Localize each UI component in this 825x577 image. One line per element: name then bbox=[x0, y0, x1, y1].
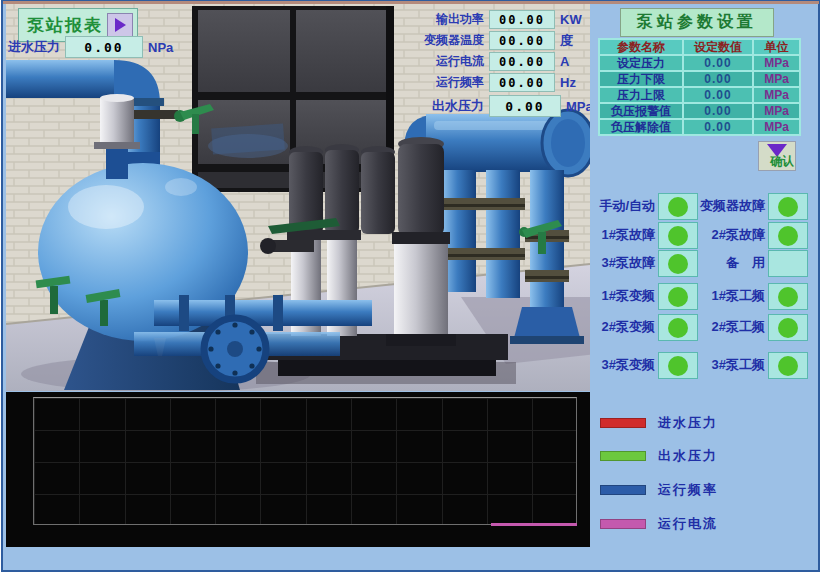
legend-item: 运行频率 bbox=[595, 481, 810, 501]
lamp-pump3-fault bbox=[658, 250, 698, 277]
legend-swatch-current bbox=[600, 519, 646, 529]
outlet-pressure-value: 0.00 bbox=[489, 95, 561, 117]
status-row: 3#泵变频 3#泵工频 bbox=[595, 352, 810, 378]
params-table: 参数名称 设定数值 单位 设定压力 0.00 MPa 压力下限 0.00 MPa… bbox=[598, 38, 801, 136]
confirm-button[interactable]: 确认 bbox=[758, 141, 796, 171]
param-name: 压力下限 bbox=[599, 71, 683, 87]
outlet-pressure-field: 出水压力 0.00 MPa bbox=[420, 95, 590, 117]
status-label-spare: 备 用 bbox=[695, 254, 765, 272]
lamp-pump2-vfd bbox=[658, 314, 698, 341]
status-label-pump1-vfd: 1#泵变频 bbox=[595, 287, 655, 305]
lamp-pump2-mains bbox=[768, 314, 808, 341]
lamp-pump3-mains bbox=[768, 352, 808, 379]
trend-current-trace bbox=[491, 523, 577, 526]
status-lamp-icon bbox=[668, 287, 688, 307]
lamp-pump2-fault bbox=[768, 222, 808, 249]
param-name: 压力上限 bbox=[599, 87, 683, 103]
status-lamp-icon bbox=[778, 254, 798, 274]
output-power-label: 输出功率 bbox=[420, 11, 484, 28]
status-label-pump1-mains: 1#泵工频 bbox=[695, 287, 765, 305]
readout-group: 输出功率 00.00 KW 变频器温度 00.00 度 运行电流 00.00 A… bbox=[420, 10, 582, 92]
run-frequency-label: 运行频率 bbox=[420, 74, 484, 91]
output-power-value: 00.00 bbox=[489, 10, 555, 29]
status-lamp-icon bbox=[778, 226, 798, 246]
col-header-name: 参数名称 bbox=[599, 39, 683, 55]
inverter-temp-value: 00.00 bbox=[489, 31, 555, 50]
param-unit: MPa bbox=[753, 119, 800, 135]
inverter-temp-unit: 度 bbox=[560, 32, 573, 50]
status-row: 3#泵故障 备 用 bbox=[595, 250, 810, 276]
legend-label-frequency: 运行频率 bbox=[658, 481, 718, 499]
status-label-pump1-fault: 1#泵故障 bbox=[595, 226, 655, 244]
readout-row: 变频器温度 00.00 度 bbox=[420, 31, 582, 50]
param-name: 设定压力 bbox=[599, 55, 683, 71]
param-name: 负压解除值 bbox=[599, 119, 683, 135]
col-header-unit: 单位 bbox=[753, 39, 800, 55]
output-power-unit: KW bbox=[560, 12, 582, 27]
lamp-pump3-vfd bbox=[658, 352, 698, 379]
status-label-pump2-mains: 2#泵工频 bbox=[695, 318, 765, 336]
param-value-input[interactable]: 0.00 bbox=[683, 119, 753, 135]
status-label-pump3-mains: 3#泵工频 bbox=[695, 356, 765, 374]
inverter-temp-label: 变频器温度 bbox=[420, 32, 484, 49]
run-frequency-unit: Hz bbox=[560, 75, 576, 90]
params-panel-title: 泵站参数设置 bbox=[620, 8, 774, 37]
run-current-label: 运行电流 bbox=[420, 53, 484, 70]
status-label-auto-manual: 手动/自动 bbox=[595, 197, 655, 215]
status-lamp-icon bbox=[668, 356, 688, 376]
legend-label-current: 运行电流 bbox=[658, 515, 718, 533]
lamp-auto-manual bbox=[658, 193, 698, 220]
status-label-pump3-vfd: 3#泵变频 bbox=[595, 356, 655, 374]
lamp-pump1-vfd bbox=[658, 283, 698, 310]
inlet-pressure-label: 进水压力 bbox=[8, 38, 60, 56]
trend-chart bbox=[6, 392, 590, 547]
scene-area: 泵站报表 进水压力 0.00 NPa 输出功率 00.00 KW 变频器温度 0… bbox=[6, 2, 590, 391]
hmi-pump-station-screen: 泵站报表 进水压力 0.00 NPa 输出功率 00.00 KW 变频器温度 0… bbox=[0, 0, 825, 577]
status-row: 手动/自动 变频器故障 bbox=[595, 193, 810, 219]
status-row: 2#泵变频 2#泵工频 bbox=[595, 314, 810, 340]
param-value-input[interactable]: 0.00 bbox=[683, 103, 753, 119]
param-unit: MPa bbox=[753, 71, 800, 87]
legend-label-outlet: 出水压力 bbox=[658, 447, 718, 465]
legend-swatch-outlet bbox=[600, 451, 646, 461]
lamp-inverter-fault bbox=[768, 193, 808, 220]
param-value-input[interactable]: 0.00 bbox=[683, 87, 753, 103]
status-label-pump2-vfd: 2#泵变频 bbox=[595, 318, 655, 336]
status-lamp-icon bbox=[778, 197, 798, 217]
col-header-setvalue: 设定数值 bbox=[683, 39, 753, 55]
legend-item: 出水压力 bbox=[595, 447, 810, 467]
inlet-pressure-value: 0.00 bbox=[65, 36, 143, 58]
trend-chart-plot bbox=[33, 397, 577, 525]
play-icon bbox=[107, 13, 133, 37]
legend-item: 运行电流 bbox=[595, 515, 810, 535]
readout-row: 运行电流 00.00 A bbox=[420, 52, 582, 71]
lamp-pump1-mains bbox=[768, 283, 808, 310]
status-lamp-icon bbox=[668, 318, 688, 338]
wall-top-strip bbox=[3, 1, 819, 4]
run-current-unit: A bbox=[560, 54, 569, 69]
run-frequency-value: 00.00 bbox=[489, 73, 555, 92]
readout-row: 输出功率 00.00 KW bbox=[420, 10, 582, 29]
param-value-input[interactable]: 0.00 bbox=[683, 55, 753, 71]
inlet-pressure-unit: NPa bbox=[148, 40, 173, 55]
pump-report-label: 泵站报表 bbox=[27, 14, 103, 37]
legend-swatch-frequency bbox=[600, 485, 646, 495]
status-label-pump2-fault: 2#泵故障 bbox=[695, 226, 765, 244]
param-value-input[interactable]: 0.00 bbox=[683, 71, 753, 87]
outlet-pressure-label: 出水压力 bbox=[420, 97, 484, 115]
status-lamp-icon bbox=[668, 226, 688, 246]
param-unit: MPa bbox=[753, 87, 800, 103]
legend-swatch-inlet bbox=[600, 418, 646, 428]
status-row: 1#泵故障 2#泵故障 bbox=[595, 222, 810, 248]
lamp-spare bbox=[768, 250, 808, 277]
status-label-inverter-fault: 变频器故障 bbox=[695, 197, 765, 215]
status-lamp-icon bbox=[778, 318, 798, 338]
param-unit: MPa bbox=[753, 55, 800, 71]
legend-label-inlet: 进水压力 bbox=[658, 414, 718, 432]
params-panel: 泵站参数设置 参数名称 设定数值 单位 设定压力 0.00 MPa 压力下限 0… bbox=[595, 0, 813, 572]
outlet-pressure-unit: MPa bbox=[566, 99, 590, 114]
legend-item: 进水压力 bbox=[595, 414, 810, 434]
param-name: 负压报警值 bbox=[599, 103, 683, 119]
status-lamp-icon bbox=[778, 287, 798, 307]
status-label-pump3-fault: 3#泵故障 bbox=[595, 254, 655, 272]
